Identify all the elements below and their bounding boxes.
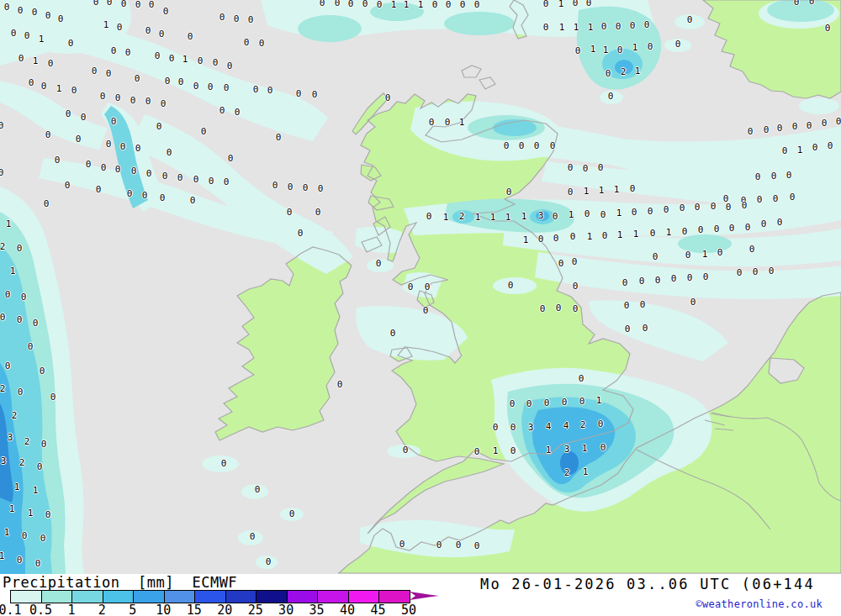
precip-value: 0 bbox=[403, 445, 409, 455]
precip-value: 0 bbox=[17, 315, 23, 324]
precip-value: 0 bbox=[86, 160, 92, 169]
precip-value: 0 bbox=[100, 92, 106, 101]
legend-color-segment bbox=[103, 591, 135, 603]
precip-value: 1 bbox=[587, 232, 593, 241]
precip-value: 0 bbox=[0, 121, 3, 130]
precip-value: 2 bbox=[580, 420, 586, 429]
precip-value: 2 bbox=[459, 212, 465, 221]
precip-value: 0 bbox=[703, 272, 709, 282]
precip-value: 0 bbox=[408, 282, 414, 292]
precip-value: 0 bbox=[568, 163, 574, 172]
precip-value: 1 bbox=[9, 504, 15, 513]
precip-value: 0 bbox=[617, 45, 623, 55]
precip-value: 0 bbox=[221, 459, 227, 468]
precip-value: 0 bbox=[598, 419, 604, 429]
precip-value: 0 bbox=[44, 199, 50, 208]
precip-value: 0 bbox=[624, 301, 630, 310]
precip-value: 1 bbox=[617, 230, 623, 240]
precip-value: 4 bbox=[563, 421, 569, 430]
precip-value: 0 bbox=[753, 267, 759, 276]
precip-value: 1 bbox=[0, 551, 4, 561]
precip-value: 0 bbox=[146, 169, 152, 178]
precip-value: 0 bbox=[519, 141, 525, 150]
precip-value: 0 bbox=[5, 361, 11, 371]
precip-value: 0 bbox=[583, 164, 589, 173]
precip-value: 0 bbox=[556, 303, 562, 313]
precip-value: 0 bbox=[764, 125, 770, 134]
precip-value: 0 bbox=[253, 85, 259, 94]
precip-value: 0 bbox=[111, 46, 117, 55]
precip-value: 1 bbox=[546, 445, 552, 455]
precip-value: 4 bbox=[546, 422, 552, 431]
precip-value: 1 bbox=[635, 66, 641, 76]
precip-value: 0 bbox=[130, 96, 136, 105]
precip-value: 0 bbox=[575, 46, 581, 55]
legend-tick-label: 0.1 bbox=[0, 603, 22, 616]
precip-value: 0 bbox=[209, 176, 214, 186]
precip-value: 0 bbox=[41, 82, 47, 91]
map-graphic bbox=[0, 0, 841, 574]
precip-value: 0 bbox=[167, 148, 172, 157]
precip-value: 0 bbox=[573, 0, 579, 8]
precip-value: 0 bbox=[165, 76, 171, 86]
precip-value: 0 bbox=[782, 146, 788, 155]
legend-color-segment bbox=[379, 591, 410, 603]
precip-value: 0 bbox=[474, 541, 480, 550]
precip-value: 0 bbox=[18, 387, 24, 397]
precip-value: 0 bbox=[248, 15, 254, 24]
legend-color-segment bbox=[165, 591, 196, 603]
precip-value: 0 bbox=[362, 0, 368, 8]
precip-value: 0 bbox=[644, 20, 650, 29]
precip-value: 1 bbox=[582, 444, 588, 453]
precip-value: 0 bbox=[573, 304, 579, 313]
precip-value: 0 bbox=[506, 187, 512, 197]
precip-value: 3 bbox=[8, 433, 13, 442]
credit-link[interactable]: ©weatheronline.co.uk bbox=[696, 598, 823, 610]
precip-value: 0 bbox=[562, 398, 568, 407]
precip-value: 0 bbox=[106, 69, 112, 78]
precip-value: 0 bbox=[4, 3, 10, 12]
precip-value: 0 bbox=[71, 86, 77, 95]
legend-color-segment bbox=[226, 591, 257, 603]
legend-tick-label: 20 bbox=[217, 603, 232, 616]
weather-map-page: 0000000000011100000100000000000001001110… bbox=[0, 0, 841, 616]
precip-value: 0 bbox=[432, 0, 438, 9]
precip-value: 0 bbox=[117, 23, 123, 32]
precip-value: 0 bbox=[598, 163, 604, 172]
precip-value: 1 bbox=[33, 486, 39, 495]
precip-value: 1 bbox=[505, 213, 511, 222]
precip-value: 0 bbox=[510, 423, 516, 432]
precip-value: 0 bbox=[553, 234, 559, 243]
precip-value: 0 bbox=[622, 278, 628, 287]
precip-value: 0 bbox=[757, 195, 763, 204]
precip-value: 1 bbox=[56, 84, 62, 93]
precip-value: 0 bbox=[45, 510, 51, 519]
precip-value: 0 bbox=[66, 109, 71, 118]
precip-value: 0 bbox=[504, 141, 510, 150]
precip-value: 0 bbox=[687, 15, 693, 24]
precip-value: 0 bbox=[318, 184, 324, 193]
precip-value: 0 bbox=[573, 282, 579, 291]
precip-value: 0 bbox=[41, 440, 47, 449]
legend-color-segment bbox=[318, 591, 349, 603]
precip-value: 0 bbox=[40, 366, 45, 376]
precip-value: 1 bbox=[590, 45, 596, 54]
precip-value: 0 bbox=[600, 443, 606, 452]
precip-value: 0 bbox=[127, 189, 133, 198]
precip-value: 0 bbox=[145, 26, 151, 35]
precip-value: 0 bbox=[121, 0, 127, 8]
precip-value: 0 bbox=[474, 0, 480, 9]
precip-value: 2 bbox=[0, 242, 5, 251]
precip-value: 0 bbox=[160, 193, 166, 203]
precip-value: 0 bbox=[135, 0, 141, 9]
precip-value: 0 bbox=[680, 203, 685, 213]
precip-value: 0 bbox=[377, 0, 383, 9]
precip-value: 0 bbox=[698, 225, 704, 234]
precip-value: 0 bbox=[812, 143, 818, 152]
precip-value: 0 bbox=[773, 194, 779, 203]
precip-value: 0 bbox=[771, 171, 777, 181]
precip-value: 0 bbox=[29, 78, 34, 87]
precip-value: 1 bbox=[6, 219, 12, 229]
precip-value: 0 bbox=[244, 38, 250, 47]
precip-value: 1 bbox=[182, 55, 188, 64]
